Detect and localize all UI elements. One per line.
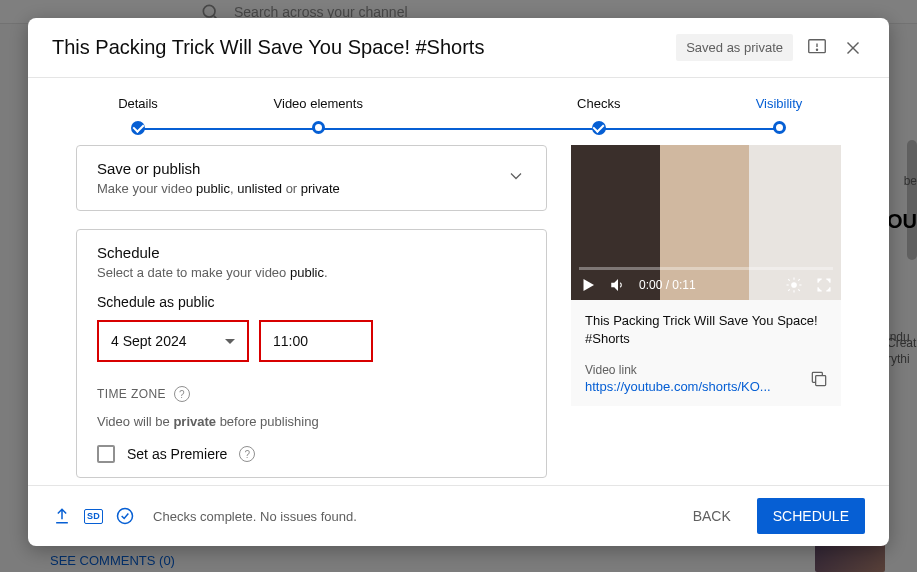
save-publish-title: Save or publish bbox=[97, 160, 340, 177]
step-dot-done-icon bbox=[131, 121, 145, 135]
time-value: 11:00 bbox=[273, 333, 308, 349]
step-line bbox=[138, 128, 779, 130]
chevron-down-icon bbox=[506, 166, 526, 190]
progress-bar[interactable] bbox=[579, 267, 833, 270]
close-button[interactable] bbox=[841, 36, 865, 60]
schedule-button[interactable]: SCHEDULE bbox=[757, 498, 865, 534]
checks-status-icon bbox=[115, 506, 135, 526]
private-note: Video will be private before publishing bbox=[97, 414, 526, 429]
step-visibility-label: Visibility bbox=[739, 96, 819, 111]
premiere-checkbox[interactable] bbox=[97, 445, 115, 463]
upload-icon bbox=[52, 506, 72, 526]
dropdown-triangle-icon bbox=[225, 339, 235, 344]
meta-title: This Packing Trick Will Save You Space! … bbox=[585, 312, 827, 348]
save-publish-subtitle: Make your video public, unlisted or priv… bbox=[97, 181, 340, 196]
meta-link-label: Video link bbox=[585, 363, 827, 377]
video-meta: This Packing Trick Will Save You Space! … bbox=[571, 300, 841, 405]
time-picker[interactable]: 11:00 bbox=[259, 320, 373, 362]
sc-b: public bbox=[290, 265, 324, 280]
check-circle-icon bbox=[115, 506, 135, 526]
schedule-subtitle: Select a date to make your video public. bbox=[97, 265, 526, 280]
video-preview[interactable]: 0:00 / 0:11 bbox=[571, 145, 841, 300]
stepper: Details Video elements Checks Visibility bbox=[28, 78, 889, 135]
settings-icon[interactable] bbox=[785, 276, 803, 294]
sp-b1: public bbox=[196, 181, 230, 196]
sp-pre: Make your video bbox=[97, 181, 196, 196]
right-column: 0:00 / 0:11 This Packing Trick Will Save… bbox=[571, 145, 841, 485]
fullscreen-icon[interactable] bbox=[815, 276, 833, 294]
premiere-label: Set as Premiere bbox=[127, 446, 227, 462]
schedule-card: Schedule Select a date to make your vide… bbox=[76, 229, 547, 478]
upload-status-icon bbox=[52, 506, 72, 526]
help-icon[interactable]: ? bbox=[239, 446, 255, 462]
feedback-button[interactable] bbox=[805, 36, 829, 60]
sp-b2: unlisted bbox=[237, 181, 282, 196]
step-details-label: Details bbox=[98, 96, 178, 111]
step-checks-label: Checks bbox=[459, 96, 740, 111]
svg-point-11 bbox=[118, 509, 133, 524]
modal-body: Save or publish Make your video public, … bbox=[28, 135, 889, 485]
volume-icon[interactable] bbox=[609, 276, 627, 294]
schedule-as-label: Schedule as public bbox=[97, 294, 526, 310]
svg-point-9 bbox=[792, 283, 797, 288]
sc-pre: Select a date to make your video bbox=[97, 265, 290, 280]
player-controls: 0:00 / 0:11 bbox=[579, 276, 833, 294]
premiere-row[interactable]: Set as Premiere ? bbox=[97, 445, 526, 463]
timezone-row[interactable]: TIME ZONE ? bbox=[97, 386, 526, 402]
copy-icon bbox=[809, 369, 829, 389]
meta-link[interactable]: https://youtube.com/shorts/KO... bbox=[585, 379, 775, 394]
sd-badge: SD bbox=[84, 509, 103, 524]
back-button[interactable]: BACK bbox=[679, 500, 745, 532]
n-post: before publishing bbox=[216, 414, 319, 429]
save-publish-text: Save or publish Make your video public, … bbox=[97, 160, 340, 196]
feedback-icon bbox=[806, 37, 828, 59]
date-picker[interactable]: 4 Sept 2024 bbox=[97, 320, 249, 362]
modal-footer: SD Checks complete. No issues found. BAC… bbox=[28, 485, 889, 546]
player-time: 0:00 / 0:11 bbox=[639, 278, 696, 292]
step-dot-done-icon bbox=[592, 121, 606, 135]
schedule-title: Schedule bbox=[97, 244, 526, 261]
close-icon bbox=[842, 37, 864, 59]
step-dot-ring-icon bbox=[312, 121, 325, 134]
picker-row: 4 Sept 2024 11:00 bbox=[97, 320, 526, 362]
svg-rect-10 bbox=[816, 375, 826, 385]
copy-button[interactable] bbox=[809, 369, 829, 392]
modal-header: This Packing Trick Will Save You Space! … bbox=[28, 18, 889, 78]
svg-marker-7 bbox=[584, 279, 595, 291]
save-publish-card[interactable]: Save or publish Make your video public, … bbox=[76, 145, 547, 211]
sp-b3: private bbox=[301, 181, 340, 196]
left-column: Save or publish Make your video public, … bbox=[76, 145, 547, 485]
modal-title: This Packing Trick Will Save You Space! … bbox=[52, 36, 664, 59]
timezone-label: TIME ZONE bbox=[97, 387, 166, 401]
step-elements-label: Video elements bbox=[178, 96, 459, 111]
date-value: 4 Sept 2024 bbox=[111, 333, 187, 349]
upload-modal: This Packing Trick Will Save You Space! … bbox=[28, 18, 889, 546]
svg-point-4 bbox=[816, 49, 817, 50]
svg-marker-8 bbox=[611, 279, 618, 291]
stepper-wrap: Details Video elements Checks Visibility bbox=[28, 78, 889, 135]
footer-message: Checks complete. No issues found. bbox=[153, 509, 357, 524]
play-icon[interactable] bbox=[579, 276, 597, 294]
step-dot-active-icon bbox=[773, 121, 786, 134]
n-pre: Video will be bbox=[97, 414, 173, 429]
saved-badge: Saved as private bbox=[676, 34, 793, 61]
n-b: private bbox=[173, 414, 216, 429]
help-icon[interactable]: ? bbox=[174, 386, 190, 402]
sp-s2: or bbox=[282, 181, 301, 196]
